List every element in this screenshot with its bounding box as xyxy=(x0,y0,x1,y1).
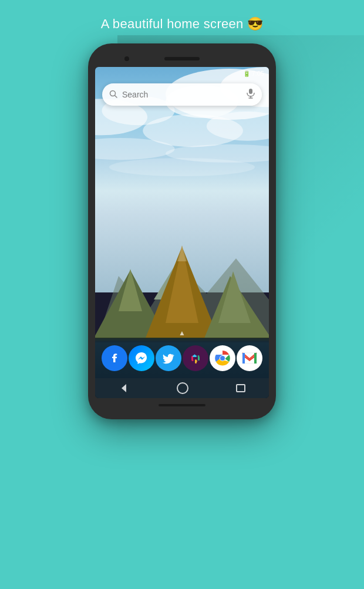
app-dock xyxy=(95,338,269,378)
search-placeholder: Search xyxy=(122,90,247,99)
page-title: A beautiful home screen 😎 xyxy=(101,16,264,32)
phone-top-bar xyxy=(95,51,269,67)
svg-line-24 xyxy=(115,95,117,97)
slack-app-icon[interactable] xyxy=(183,345,208,371)
svg-rect-42 xyxy=(242,354,245,364)
phone-screen: 🔋 7:05 Search ▲ xyxy=(95,67,269,398)
svg-point-34 xyxy=(194,355,196,356)
phone-bottom-bar xyxy=(95,398,269,412)
svg-marker-18 xyxy=(177,245,187,261)
facebook-app-icon[interactable] xyxy=(102,345,127,371)
svg-rect-43 xyxy=(254,354,257,364)
battery-icon: 🔋 xyxy=(243,70,250,77)
svg-marker-44 xyxy=(122,384,126,392)
phone-shell: 🔋 7:05 Search ▲ xyxy=(88,43,276,419)
chrome-app-icon[interactable] xyxy=(210,345,235,371)
back-button[interactable] xyxy=(119,383,129,393)
phone-speaker xyxy=(164,57,200,60)
messenger-app-icon[interactable] xyxy=(129,345,154,371)
home-button[interactable] xyxy=(177,382,188,394)
twitter-app-icon[interactable] xyxy=(156,345,181,371)
status-time: 7:05 xyxy=(252,70,264,77)
svg-point-10 xyxy=(109,158,255,176)
gmail-app-icon[interactable] xyxy=(237,345,262,371)
svg-rect-25 xyxy=(249,89,252,94)
svg-point-36 xyxy=(196,361,197,362)
nav-bar xyxy=(95,378,269,398)
svg-rect-31 xyxy=(198,356,200,361)
svg-point-39 xyxy=(220,356,225,361)
recent-apps-button[interactable] xyxy=(236,384,245,392)
mic-icon[interactable] xyxy=(247,88,255,101)
search-icon xyxy=(109,90,117,100)
svg-point-35 xyxy=(198,355,200,357)
dock-page-indicator: ▲ xyxy=(178,329,186,337)
search-bar[interactable]: Search xyxy=(102,83,262,106)
phone-bottom-strip xyxy=(159,404,205,406)
svg-point-33 xyxy=(192,359,194,361)
phone-camera xyxy=(124,56,129,61)
status-bar: 🔋 7:05 xyxy=(95,67,269,80)
